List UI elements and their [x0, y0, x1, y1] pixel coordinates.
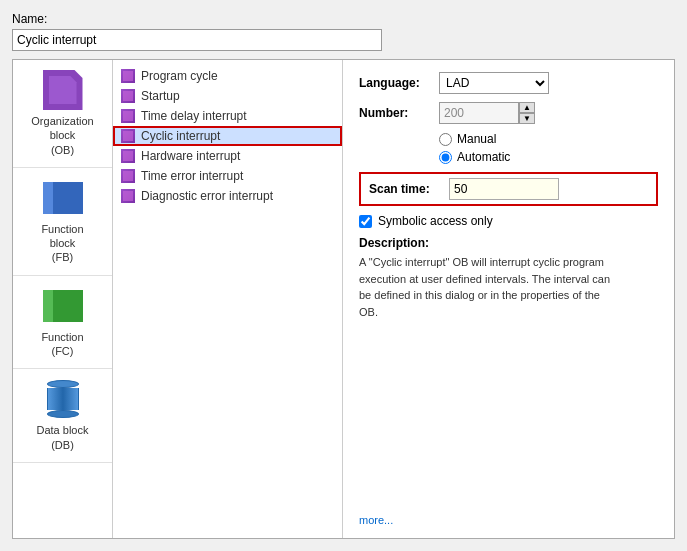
list-item-startup[interactable]: Startup: [113, 86, 342, 106]
list-icon-time-delay: [121, 109, 135, 123]
fb-icon: [43, 178, 83, 218]
sidebar: Organizationblock(OB) Functionblock(FB): [13, 60, 113, 538]
list-icon-hardware: [121, 149, 135, 163]
more-link[interactable]: more...: [359, 514, 658, 526]
automatic-radio-row: Automatic: [439, 150, 658, 164]
list-item-hardware-interrupt[interactable]: Hardware interrupt: [113, 146, 342, 166]
list-icon-diagnostic: [121, 189, 135, 203]
list-item-cyclic-interrupt[interactable]: Cyclic interrupt: [113, 126, 342, 146]
number-label: Number:: [359, 106, 429, 120]
sidebar-item-db[interactable]: Data block(DB): [13, 369, 112, 463]
list-icon-cyclic: [121, 129, 135, 143]
list-item-time-error-interrupt[interactable]: Time error interrupt: [113, 166, 342, 186]
description-label: Description:: [359, 236, 658, 250]
manual-radio[interactable]: [439, 133, 452, 146]
symbolic-access-checkbox[interactable]: [359, 215, 372, 228]
db-label: Data block(DB): [37, 423, 89, 452]
scan-time-label: Scan time:: [369, 182, 439, 196]
list-item-time-delay-interrupt[interactable]: Time delay interrupt: [113, 106, 342, 126]
spinner-up[interactable]: ▲: [519, 102, 535, 113]
symbolic-access-label: Symbolic access only: [378, 214, 493, 228]
ob-label: Organizationblock(OB): [31, 114, 93, 157]
list-icon-startup: [121, 89, 135, 103]
list-item-program-cycle[interactable]: Program cycle: [113, 66, 342, 86]
name-section: Name:: [12, 12, 675, 51]
ob-icon: [43, 70, 83, 110]
automatic-radio[interactable]: [439, 151, 452, 164]
number-input[interactable]: [439, 102, 519, 124]
scan-time-input[interactable]: [449, 178, 559, 200]
fc-label: Function(FC): [41, 330, 83, 359]
config-area: Language: LAD FBD STL SCL Number: ▲: [343, 60, 674, 538]
list-item-diagnostic-error-interrupt[interactable]: Diagnostic error interrupt: [113, 186, 342, 206]
sidebar-item-fc[interactable]: Function(FC): [13, 276, 112, 370]
manual-label: Manual: [457, 132, 496, 146]
number-spinner: ▲ ▼: [519, 102, 535, 124]
spinner-down[interactable]: ▼: [519, 113, 535, 124]
radio-group: Manual Automatic: [439, 132, 658, 164]
number-spinner-group: ▲ ▼: [439, 102, 535, 124]
name-input[interactable]: [12, 29, 382, 51]
fb-label: Functionblock(FB): [41, 222, 83, 265]
db-icon: [43, 379, 83, 419]
symbolic-access-row: Symbolic access only: [359, 214, 658, 228]
description-section: Description: A "Cyclic interrupt" OB wil…: [359, 236, 658, 320]
dialog: Name: Organizationblock(OB): [0, 0, 687, 551]
config-inner: Language: LAD FBD STL SCL Number: ▲: [359, 72, 658, 526]
manual-radio-row: Manual: [439, 132, 658, 146]
list-icon-program-cycle: [121, 69, 135, 83]
automatic-label: Automatic: [457, 150, 510, 164]
sidebar-item-fb[interactable]: Functionblock(FB): [13, 168, 112, 276]
language-select[interactable]: LAD FBD STL SCL: [439, 72, 549, 94]
list-area: Program cycle Startup Time delay interru…: [113, 60, 343, 538]
main-content: Organizationblock(OB) Functionblock(FB): [12, 59, 675, 539]
language-label: Language:: [359, 76, 429, 90]
number-row: Number: ▲ ▼: [359, 102, 658, 124]
name-label: Name:: [12, 12, 675, 26]
scan-time-row: Scan time:: [359, 172, 658, 206]
list-icon-time-error: [121, 169, 135, 183]
sidebar-item-ob[interactable]: Organizationblock(OB): [13, 60, 112, 168]
description-text: A "Cyclic interrupt" OB will interrupt c…: [359, 254, 619, 320]
language-row: Language: LAD FBD STL SCL: [359, 72, 658, 94]
fc-icon: [43, 286, 83, 326]
